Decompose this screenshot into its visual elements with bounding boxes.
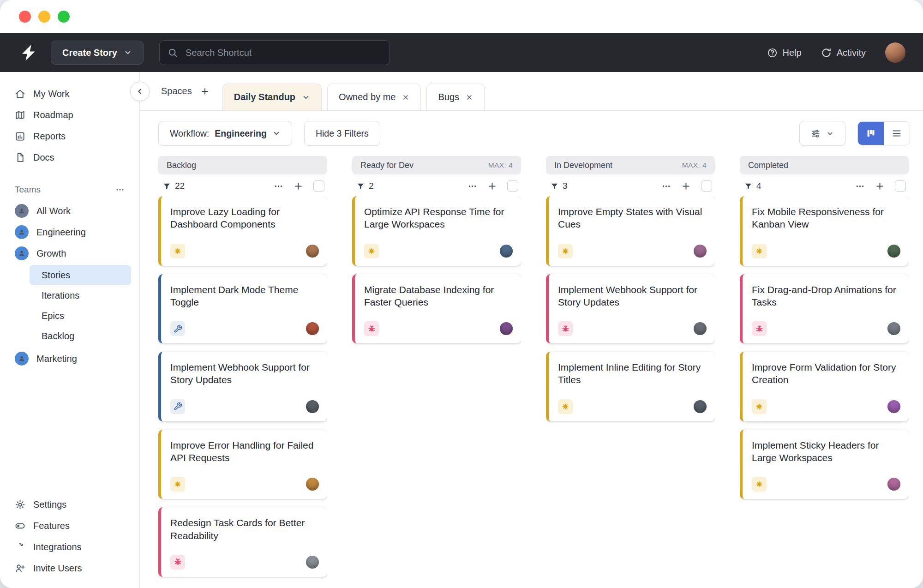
sidebar-team-all-work[interactable]: All Work: [7, 200, 132, 222]
owner-avatar[interactable]: [306, 478, 319, 491]
owner-avatar[interactable]: [500, 245, 513, 258]
column-menu-button[interactable]: [661, 181, 671, 191]
owner-avatar[interactable]: [500, 322, 513, 335]
select-all-checkbox[interactable]: [895, 180, 906, 192]
story-card[interactable]: Improve Error Handling for Failed API Re…: [158, 430, 327, 499]
story-type-badge[interactable]: [364, 244, 379, 258]
select-all-checkbox[interactable]: [507, 180, 518, 192]
story-type-badge[interactable]: [170, 555, 185, 570]
sidebar-team-marketing[interactable]: Marketing: [7, 348, 132, 369]
shortcut-logo-icon[interactable]: [18, 42, 40, 64]
story-card[interactable]: Implement Webhook Support for Story Upda…: [546, 274, 715, 344]
owner-avatar[interactable]: [306, 322, 319, 335]
story-card[interactable]: Implement Inline Editing for Story Title…: [546, 352, 715, 421]
kanban-view-button[interactable]: [858, 122, 884, 145]
owner-avatar[interactable]: [887, 245, 900, 258]
story-type-badge[interactable]: [558, 321, 573, 336]
story-card[interactable]: Redesign Task Cards for Better Readabili…: [158, 507, 327, 577]
sidebar-item-roadmap[interactable]: Roadmap: [7, 104, 132, 126]
sidebar-item-epics[interactable]: Epics: [30, 306, 131, 326]
sidebar-team-engineering[interactable]: Engineering: [7, 222, 132, 243]
story-type-badge[interactable]: [170, 399, 185, 414]
help-button[interactable]: Help: [767, 48, 802, 58]
tab-bugs[interactable]: Bugs: [426, 84, 485, 110]
hide-filters-button[interactable]: Hide 3 Filters: [304, 121, 380, 146]
story-type-badge[interactable]: [752, 321, 767, 336]
sidebar-item-docs[interactable]: Docs: [7, 147, 132, 168]
owner-avatar[interactable]: [694, 322, 707, 335]
story-card[interactable]: Migrate Database Indexing for Faster Que…: [352, 274, 521, 344]
sidebar-item-settings[interactable]: Settings: [7, 494, 132, 515]
sidebar-item-my-work[interactable]: My Work: [7, 83, 132, 104]
story-type-badge[interactable]: [752, 244, 767, 258]
collapse-sidebar-button[interactable]: [130, 82, 150, 101]
story-type-badge[interactable]: [170, 477, 185, 492]
sidebar-item-backlog[interactable]: Backlog: [30, 326, 131, 346]
column-filter-group[interactable]: 3: [551, 181, 568, 191]
story-card[interactable]: Improve Lazy Loading for Dashboard Compo…: [158, 196, 327, 266]
owner-avatar[interactable]: [887, 322, 900, 335]
close-tab-button[interactable]: [402, 94, 409, 101]
column-menu-button[interactable]: [467, 181, 477, 191]
story-card[interactable]: Implement Dark Mode Theme Toggle: [158, 274, 327, 344]
column-menu-button[interactable]: [855, 181, 865, 191]
display-options-button[interactable]: [799, 121, 845, 146]
owner-avatar[interactable]: [694, 245, 707, 258]
sidebar-item-invite-users[interactable]: Invite Users: [7, 558, 132, 579]
story-card[interactable]: Optimize API Response Time for Large Wor…: [352, 196, 521, 266]
column-menu-button[interactable]: [274, 181, 283, 191]
search-input[interactable]: [159, 40, 390, 65]
workflow-filter-button[interactable]: Workflow: Engineering: [158, 121, 292, 146]
add-story-button[interactable]: [875, 181, 885, 191]
zoom-window-button[interactable]: [58, 11, 70, 23]
sidebar-team-growth[interactable]: Growth: [7, 243, 132, 264]
add-story-button[interactable]: [487, 181, 497, 191]
minimize-window-button[interactable]: [38, 11, 50, 23]
story-card[interactable]: Implement Webhook Support for Story Upda…: [158, 352, 327, 421]
story-card[interactable]: Improve Form Validation for Story Creati…: [740, 352, 909, 421]
story-type-badge[interactable]: [558, 244, 573, 258]
create-story-button[interactable]: Create Story: [51, 41, 144, 65]
tab-owned-by-me[interactable]: Owned by me: [327, 84, 421, 110]
sidebar-item-stories[interactable]: Stories: [30, 265, 131, 285]
close-tab-button[interactable]: [466, 94, 473, 101]
column-header[interactable]: Ready for Dev MAX: 4: [352, 156, 521, 174]
owner-avatar[interactable]: [887, 478, 900, 491]
column-filter-group[interactable]: 2: [357, 181, 374, 191]
story-card[interactable]: Improve Empty States with Visual Cues: [546, 196, 715, 266]
close-window-button[interactable]: [19, 11, 31, 23]
column-filter-group[interactable]: 22: [163, 181, 185, 191]
owner-avatar[interactable]: [887, 400, 900, 413]
sidebar-item-features[interactable]: Features: [7, 515, 132, 536]
story-type-badge[interactable]: [752, 399, 767, 414]
story-type-badge[interactable]: [170, 321, 185, 336]
owner-avatar[interactable]: [306, 245, 319, 258]
story-card[interactable]: Implement Sticky Headers for Large Works…: [740, 430, 909, 499]
select-all-checkbox[interactable]: [313, 180, 324, 192]
tab-daily-standup[interactable]: Daily Standup: [222, 84, 322, 110]
add-story-button[interactable]: [294, 181, 303, 191]
column-header[interactable]: Completed: [740, 156, 909, 174]
add-story-button[interactable]: [681, 181, 691, 191]
column-header[interactable]: Backlog: [158, 156, 327, 174]
list-view-button[interactable]: [884, 122, 910, 145]
activity-button[interactable]: Activity: [821, 48, 866, 58]
teams-menu-button[interactable]: [115, 185, 125, 194]
owner-avatar[interactable]: [306, 400, 319, 413]
column-header[interactable]: In Development MAX: 4: [546, 156, 715, 174]
user-avatar[interactable]: [885, 42, 905, 63]
sidebar-item-reports[interactable]: Reports: [7, 126, 132, 147]
story-type-badge[interactable]: [558, 399, 573, 414]
story-type-badge[interactable]: [752, 477, 767, 492]
story-card[interactable]: Fix Drag-and-Drop Animations for Tasks: [740, 274, 909, 344]
column-filter-group[interactable]: 4: [744, 181, 761, 191]
add-space-button[interactable]: [200, 87, 210, 96]
story-type-badge[interactable]: [170, 244, 185, 258]
owner-avatar[interactable]: [694, 400, 707, 413]
story-type-badge[interactable]: [364, 321, 379, 336]
owner-avatar[interactable]: [306, 556, 319, 569]
sidebar-item-integrations[interactable]: Integrations: [7, 536, 132, 558]
story-card[interactable]: Fix Mobile Responsiveness for Kanban Vie…: [740, 196, 909, 266]
sidebar-item-iterations[interactable]: Iterations: [30, 285, 131, 306]
select-all-checkbox[interactable]: [701, 180, 712, 192]
